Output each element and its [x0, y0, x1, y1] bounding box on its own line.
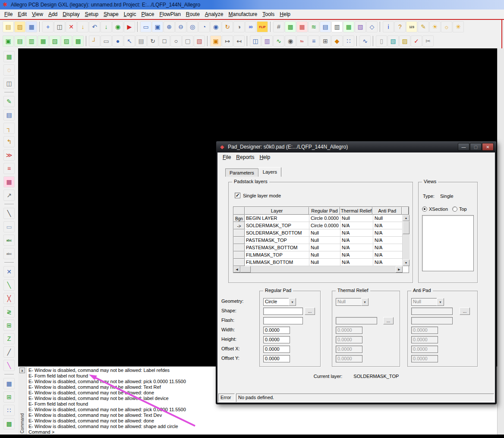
scroll-down-button[interactable]: ▼ [403, 260, 410, 266]
zoom-out-icon[interactable]: ⊖ [175, 21, 186, 32]
swap-layers-icon[interactable]: ≋ [308, 21, 319, 32]
horizontal-scrollbar-thumb[interactable] [240, 266, 251, 273]
layer-table-row[interactable]: SOLDERMASK_BOTTOMNullN/AN/A [233, 229, 403, 237]
menu-item-view[interactable]: View [29, 10, 46, 19]
signal-probe-icon[interactable]: ∿ [359, 35, 371, 47]
day-mode-icon[interactable]: ☀ [429, 21, 441, 32]
layer-column-header[interactable]: Layer [245, 207, 309, 215]
menu-item-file[interactable]: File [220, 152, 233, 162]
add-rect2-icon[interactable]: ▭ [3, 221, 15, 232]
cell-thermal[interactable]: N/A [340, 237, 373, 244]
menu-item-tools[interactable]: Tools [260, 10, 277, 19]
scroll-left-button[interactable]: ◀ [233, 266, 240, 273]
notes-icon[interactable]: ≡ [308, 35, 319, 47]
pin-numbers-icon[interactable]: № [296, 35, 308, 47]
scroll-up-button[interactable]: ▲ [403, 215, 410, 221]
add-rect-icon[interactable]: ▭ [101, 35, 112, 47]
export-odb-icon[interactable]: ◫ [250, 35, 261, 47]
padstack-lib-icon[interactable]: ◫ [3, 78, 15, 89]
reports-icon[interactable]: ▥ [331, 21, 343, 32]
delete-icon[interactable]: ✕ [66, 21, 77, 32]
menu-item-route[interactable]: Route [183, 10, 202, 19]
layer-table-row[interactable]: PASTEMASK_TOPNullN/AN/A [233, 237, 403, 244]
thermal-relief-column-header[interactable]: Thermal Relief [340, 207, 373, 215]
rats-all-icon[interactable]: ↓ [101, 21, 112, 32]
menu-item-reports[interactable]: Reports [233, 152, 257, 162]
menu-item-file[interactable]: File [2, 10, 15, 19]
slide-icon[interactable]: ╲ [3, 279, 15, 291]
cell-thermal[interactable]: N/A [340, 251, 373, 259]
titlebar[interactable]: ✱ Allegro PCB Design GXL (legacy): unnam… [0, 0, 504, 10]
priority-icon[interactable]: ≫ [3, 149, 15, 161]
bga-matrix-icon[interactable]: ∷ [343, 35, 354, 47]
zoom-fit-icon[interactable]: ▣ [152, 21, 163, 32]
console-close-button[interactable]: x [19, 368, 25, 373]
package-wizard-icon[interactable]: ▧ [387, 35, 399, 47]
unrats-all-icon[interactable]: ↓ [77, 21, 88, 32]
verify-icon[interactable]: ✓ [411, 35, 422, 47]
layer-table-row[interactable]: BgnBEGIN LAYERCircle 0.0000NullNull [233, 215, 403, 222]
autosilk-icon[interactable]: ◆ [331, 35, 343, 47]
zoom-previous-icon[interactable]: ◔ [198, 21, 210, 32]
tab-layers[interactable]: Layers [258, 167, 281, 177]
regular-geometry-select[interactable]: Circle ▼ [263, 298, 296, 306]
zoom-world-icon[interactable]: ◎ [187, 21, 198, 32]
regular-shape-browse-button[interactable]: ... [305, 308, 315, 315]
select-arrow-icon[interactable]: ↖ [124, 35, 135, 47]
shape-nudge-icon[interactable]: ↗ [3, 190, 15, 201]
show-rats-icon[interactable]: ▩ [72, 35, 84, 47]
property-edit-icon[interactable]: ▨ [61, 35, 72, 47]
place-component-icon[interactable]: ▣ [210, 35, 221, 47]
artwork-icon[interactable]: ▤ [320, 21, 331, 32]
cell-anti[interactable]: N/A [373, 259, 403, 266]
close-button[interactable]: ✕ [482, 143, 494, 151]
view-3d-icon[interactable]: 3D [245, 21, 256, 32]
spread-icon[interactable]: ≷ [3, 306, 15, 317]
dim-leader-icon[interactable]: ↤ [233, 35, 245, 47]
cell-layer[interactable]: BEGIN LAYER [245, 215, 309, 222]
minimize-button[interactable]: — [458, 143, 469, 151]
color-192-icon[interactable]: ▩ [285, 21, 296, 32]
probe-icon[interactable]: ∿ [273, 35, 284, 47]
move-icon[interactable]: + [42, 21, 54, 32]
table-vertical-scrollbar[interactable]: ▲ ▼ [403, 215, 410, 266]
color-matrix-icon[interactable]: ▦ [3, 176, 15, 187]
text-block-icon[interactable]: ≡ [3, 163, 15, 174]
menu-item-shape[interactable]: Shape [101, 10, 121, 19]
new-padstack-icon[interactable]: ▯ [376, 35, 387, 47]
cell-thermal[interactable]: N/A [340, 222, 373, 229]
dim-linear-icon[interactable]: ↦ [222, 35, 233, 47]
scroll-right-button[interactable]: ▶ [396, 266, 403, 273]
dehighlight-icon[interactable]: ▧ [49, 35, 60, 47]
open-drawing-icon[interactable]: ▨ [14, 21, 25, 32]
xsection-radio[interactable] [422, 206, 427, 212]
pin-icon[interactable]: ◉ [112, 21, 123, 32]
anti-pad-column-header[interactable]: Anti Pad [372, 207, 402, 215]
cell-layer[interactable]: PASTEMASK_BOTTOM [245, 244, 309, 251]
save-drawing-icon[interactable]: ▦ [26, 21, 37, 32]
top-radio[interactable] [452, 206, 457, 212]
thermal-browse-button[interactable]: ... [383, 317, 394, 324]
zoom-by-points-icon[interactable]: ▭ [140, 21, 151, 32]
label-tool-icon[interactable]: ▤ [3, 109, 15, 121]
menu-item-edit[interactable]: Edit [15, 10, 29, 19]
die-text-icon[interactable]: ▥ [261, 35, 273, 47]
cell-regular[interactable]: Circle 0.0000 [309, 215, 340, 222]
cell-thermal[interactable]: N/A [340, 244, 373, 251]
night-mode-icon[interactable]: ☼ [441, 21, 452, 32]
new-drawing-icon[interactable]: ▤ [3, 21, 14, 32]
cell-thermal[interactable]: N/A [340, 229, 373, 237]
whats-this-icon[interactable]: ? [394, 21, 406, 32]
measure-icon[interactable]: 123 [406, 21, 417, 32]
regular-flash-field[interactable] [263, 317, 303, 324]
single-layer-mode-checkbox[interactable]: ✓ [235, 193, 240, 198]
hilite-route-icon[interactable]: ╲ [3, 360, 15, 371]
zoom-center-icon[interactable]: ◉ [210, 21, 221, 32]
add-text-icon[interactable]: ▤ [135, 35, 147, 47]
cell-layer[interactable]: SOLDERMASK_TOP [245, 222, 309, 229]
regular-pad-column-header[interactable]: Regular Pad [309, 207, 340, 215]
step-model-icon[interactable]: ◇ [366, 21, 378, 32]
cell-layer[interactable]: FILMMASK_TOP [245, 251, 309, 259]
via-pattern-icon[interactable]: ⊞ [3, 320, 15, 331]
etch-edit-icon[interactable]: ✎ [3, 96, 15, 107]
